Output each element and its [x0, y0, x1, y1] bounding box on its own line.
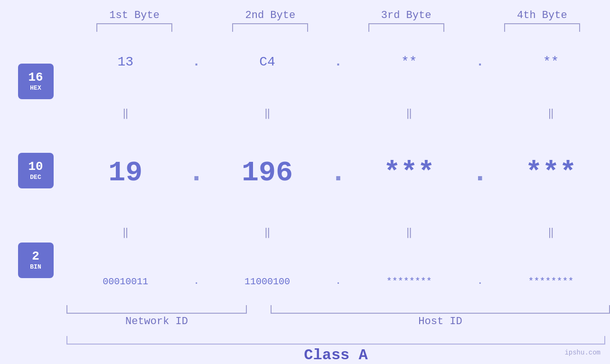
content-area: 16 HEX 10 DEC 2 BIN 13 . C4 . ** . ** [0, 37, 610, 305]
hex-sep-3: . [468, 56, 492, 69]
dec-val-2: 196 [208, 157, 327, 189]
watermark: ipshu.com [564, 349, 601, 356]
equals-2-3: ‖ [350, 225, 469, 240]
hex-badge: 16 HEX [18, 64, 54, 99]
bracket-cell-4 [474, 23, 610, 32]
bin-val-2: 11000100 [208, 276, 327, 287]
top-bracket-4 [504, 23, 580, 32]
equals-row-1: ‖ ‖ ‖ ‖ [66, 106, 610, 121]
bin-badge: 2 BIN [18, 243, 54, 278]
byte-header-3: 3rd Byte [338, 9, 474, 21]
equals-sep-3 [468, 106, 492, 121]
equals-2-2: ‖ [208, 225, 327, 240]
data-area: 13 . C4 . ** . ** ‖ ‖ ‖ ‖ 19 . [66, 37, 610, 305]
bottom-bracket-network [66, 305, 247, 314]
hex-sep-2: . [327, 56, 350, 69]
bin-val-4: ******** [492, 276, 610, 287]
top-bracket-3 [368, 23, 444, 32]
dec-badge-number: 10 [28, 160, 43, 173]
byte-header-1: 1st Byte [66, 9, 202, 21]
hex-val-1: 13 [66, 55, 185, 69]
equals-2-1: ‖ [66, 225, 185, 240]
bin-sep-3: . [468, 277, 492, 286]
equals-sep-4 [185, 225, 208, 240]
class-bracket-full [66, 336, 605, 345]
badges-column: 16 HEX 10 DEC 2 BIN [5, 37, 66, 305]
bottom-label-gap [247, 316, 271, 327]
bottom-bracket-gap [247, 305, 271, 314]
dec-val-3: *** [350, 157, 469, 189]
equals-1-2: ‖ [208, 106, 327, 121]
bin-val-1: 00010011 [66, 276, 185, 287]
dec-sep-1: . [185, 159, 208, 187]
top-bracket-2 [232, 23, 308, 32]
dec-val-1: 19 [66, 157, 185, 189]
equals-sep-2 [327, 106, 350, 121]
bin-badge-number: 2 [32, 250, 39, 262]
hex-badge-label: HEX [30, 84, 41, 92]
hex-val-4: ** [492, 55, 610, 69]
bin-val-3: ******** [350, 276, 469, 287]
dec-val-4: *** [492, 157, 610, 189]
equals-2-4: ‖ [492, 225, 610, 240]
hex-val-2: C4 [208, 55, 327, 69]
bottom-labels: Network ID Host ID [66, 316, 610, 327]
equals-1-1: ‖ [66, 106, 185, 121]
bin-data-row: 00010011 . 11000100 . ******** . *******… [66, 276, 610, 287]
class-label-row: Class A [0, 346, 610, 364]
top-bracket-1 [96, 23, 172, 32]
equals-1-3: ‖ [350, 106, 469, 121]
dec-badge: 10 DEC [18, 153, 54, 188]
class-a-label: Class A [304, 346, 367, 364]
hex-val-3: ** [350, 55, 469, 69]
bottom-brackets [66, 305, 610, 314]
bin-sep-2: . [327, 277, 350, 286]
hex-data-row: 13 . C4 . ** . ** [66, 55, 610, 69]
main-container: 1st Byte 2nd Byte 3rd Byte 4th Byte 16 H… [0, 0, 610, 364]
byte-headers-row: 1st Byte 2nd Byte 3rd Byte 4th Byte [0, 9, 610, 21]
bottom-bracket-host [271, 305, 610, 314]
equals-row-2: ‖ ‖ ‖ ‖ [66, 225, 610, 240]
bracket-cell-1 [66, 23, 202, 32]
equals-sep-5 [327, 225, 350, 240]
dec-sep-2: . [327, 159, 350, 187]
byte-header-2: 2nd Byte [202, 9, 338, 21]
equals-1-4: ‖ [492, 106, 610, 121]
host-id-label: Host ID [271, 316, 610, 327]
hex-badge-number: 16 [28, 71, 43, 84]
top-brackets-row [0, 23, 610, 32]
network-id-label: Network ID [66, 316, 247, 327]
dec-badge-label: DEC [30, 174, 41, 181]
bottom-section: Network ID Host ID [0, 305, 610, 327]
equals-sep-1 [185, 106, 208, 121]
equals-sep-6 [468, 225, 492, 240]
byte-header-4: 4th Byte [474, 9, 610, 21]
bin-sep-1: . [185, 277, 208, 286]
bin-badge-label: BIN [30, 263, 41, 271]
class-bracket-row [0, 336, 610, 345]
bracket-cell-3 [338, 23, 474, 32]
bracket-cell-2 [202, 23, 338, 32]
dec-sep-3: . [468, 159, 492, 187]
dec-data-row: 19 . 196 . *** . *** [66, 157, 610, 189]
hex-sep-1: . [185, 56, 208, 69]
